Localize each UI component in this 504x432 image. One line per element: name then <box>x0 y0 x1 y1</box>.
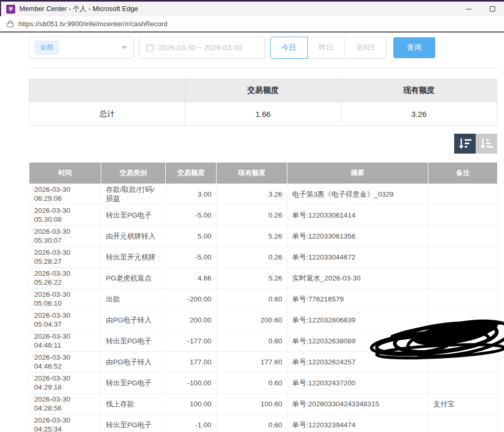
lock-icon <box>7 20 14 27</box>
table-row: 2026-03-30 04:29:18转出至PG电子-100.000.60单号:… <box>29 372 498 393</box>
cell-balance: 0.60 <box>217 330 287 351</box>
cell-amount: -177.00 <box>166 330 217 351</box>
table-row: 2026-03-30 04:28:56线上存款100.00100.60单号:20… <box>29 393 498 414</box>
cell-summary: 单号:122033061356 <box>287 225 428 246</box>
calendar-icon <box>146 44 154 51</box>
sort-ascending-button[interactable] <box>476 134 497 154</box>
col-header-amount: 交易额度 <box>166 163 217 183</box>
cell-time: 2026-03-30 05:04:37 <box>29 309 101 330</box>
table-row: 2026-03-30 05:04:37由PG电子转入200.00200.60单号… <box>29 309 498 330</box>
col-header-summary: 摘要 <box>287 163 428 183</box>
cell-type: 出款 <box>101 288 166 309</box>
table-row: 2026-03-30 05:28:27转出至开元棋牌-5.000.26单号:12… <box>29 246 498 267</box>
col-header-time: 时间 <box>29 163 101 183</box>
summary-total-label: 总计 <box>29 102 185 126</box>
table-row: 2026-03-30 04:25:34转出至PG电子-1.000.60单号:12… <box>29 414 498 432</box>
cash-record-table: 时间 交易类别 交易额度 现有额度 摘要 备注 2026-03-30 06:29… <box>29 163 498 432</box>
cell-type: 由开元棋牌转入 <box>101 225 166 246</box>
filter-bar: 全部 2026-03-30 ~ 2026-03-30 今日 昨日 近8日 查询 <box>29 37 497 59</box>
table-row: 2026-03-30 05:30:08转出至PG电子-5.000.26单号:12… <box>29 204 498 225</box>
cell-type: 由PG电子转入 <box>101 351 166 372</box>
url-bar[interactable]: https://sb051.tv:9900/infe/mcenter/#/cas… <box>0 16 504 31</box>
category-tag[interactable]: 全部 <box>35 41 59 55</box>
url-text[interactable]: https://sb051.tv:9900/infe/mcenter/#/cas… <box>18 20 167 28</box>
table-row: 2026-03-30 05:06:10出款-200.000.60单号:77621… <box>29 288 498 309</box>
section-divider <box>29 68 497 68</box>
cell-time: 2026-03-30 06:29:06 <box>29 183 101 204</box>
summary-transaction-total: 1.66 <box>185 102 341 126</box>
cell-summary: 单号:122032806839 <box>287 309 428 330</box>
cell-summary: 单号:122033061414 <box>287 204 428 225</box>
col-header-balance: 现有额度 <box>217 163 287 183</box>
cell-balance: 0.26 <box>217 246 287 267</box>
cell-type: 存款/取款/打码/损益 <box>101 183 166 204</box>
cell-note <box>428 288 498 309</box>
quick-range-group: 今日 昨日 近8日 <box>270 37 387 59</box>
cell-balance: 177.60 <box>217 351 287 372</box>
cell-balance: 0.60 <box>217 288 287 309</box>
sort-ascending-icon <box>480 137 494 150</box>
cell-time: 2026-03-30 04:28:56 <box>29 393 101 414</box>
cell-note <box>428 267 498 288</box>
cell-type: 转出至PG电子 <box>101 330 166 351</box>
summary-current-total: 3.26 <box>341 102 497 126</box>
cell-summary: 单号:122033044672 <box>287 246 428 267</box>
window-titlebar: ✾ Member Center - 个人 - Microsoft Edge <box>0 2 504 16</box>
cell-type: 转出至PG电子 <box>101 372 166 393</box>
cell-summary: 单号:122032394474 <box>287 414 428 432</box>
cell-balance: 0.26 <box>217 204 287 225</box>
cell-summary: 实时返水_2026-03-30 <box>287 267 428 288</box>
col-header-type: 交易类别 <box>101 163 166 183</box>
date-range-picker[interactable]: 2026-03-30 ~ 2026-03-30 <box>139 37 265 59</box>
sort-descending-button[interactable] <box>454 134 476 154</box>
cell-type: 线上存款 <box>101 393 166 414</box>
cell-summary: 单号:776216579 <box>287 288 428 309</box>
cell-balance: 200.60 <box>217 309 287 330</box>
cell-balance: 0.60 <box>217 414 287 432</box>
cell-time: 2026-03-30 04:48:11 <box>29 330 101 351</box>
cell-amount: -200.00 <box>166 288 217 309</box>
summary-table: 交易额度 现有额度 总计 1.66 3.26 <box>29 79 497 126</box>
cell-summary: 单号:122032638089 <box>287 330 428 351</box>
sort-controls <box>29 134 497 154</box>
window-title: Member Center - 个人 - Microsoft Edge <box>19 4 138 14</box>
cell-amount: 200.00 <box>166 309 217 330</box>
cell-balance: 100.60 <box>217 393 287 414</box>
table-row: 2026-03-30 04:46:52由PG电子转入177.00177.60单号… <box>29 351 498 372</box>
cell-amount: 5.00 <box>166 225 217 246</box>
col-header-note: 备注 <box>428 163 498 183</box>
today-button[interactable]: 今日 <box>270 37 308 59</box>
sort-descending-icon <box>458 137 472 150</box>
cell-type: 由PG电子转入 <box>101 309 166 330</box>
cell-time: 2026-03-30 04:29:18 <box>29 372 101 393</box>
search-button[interactable]: 查询 <box>393 37 435 58</box>
yesterday-button[interactable]: 昨日 <box>308 37 345 59</box>
cell-note <box>428 330 498 351</box>
cell-note <box>428 372 498 393</box>
chevron-down-icon <box>122 46 127 49</box>
maximize-button[interactable] <box>480 2 504 16</box>
cell-type: PG老虎机返点 <box>101 267 166 288</box>
table-header-row: 时间 交易类别 交易额度 现有额度 摘要 备注 <box>29 163 498 183</box>
site-favicon-icon: ✾ <box>6 5 15 14</box>
cell-amount: -5.00 <box>166 204 217 225</box>
last-8-days-button[interactable]: 近8日 <box>345 37 387 59</box>
cell-note <box>428 225 498 246</box>
cell-amount: 177.00 <box>166 351 217 372</box>
summary-header-transaction: 交易额度 <box>185 79 341 102</box>
cell-time: 2026-03-30 05:06:10 <box>29 288 101 309</box>
cell-time: 2026-03-30 05:30:08 <box>29 204 101 225</box>
table-row: 2026-03-30 06:29:06存款/取款/打码/损益3.003.26电子… <box>29 183 498 204</box>
cell-note <box>428 204 498 225</box>
cell-note <box>428 414 498 432</box>
cell-summary: 单号:202603304243348315 <box>287 393 428 414</box>
cell-amount: 100.00 <box>166 393 217 414</box>
cell-balance: 0.60 <box>217 372 287 393</box>
category-select[interactable]: 全部 <box>29 37 134 59</box>
cell-summary: 电子第3惠《电子得意金》_0329 <box>287 183 428 204</box>
cell-summary: 单号:122032437200 <box>287 372 428 393</box>
date-range-value: 2026-03-30 ~ 2026-03-30 <box>158 44 242 52</box>
minimize-button[interactable] <box>457 2 480 16</box>
cell-amount: -1.00 <box>166 414 217 432</box>
chrome-divider <box>0 31 504 33</box>
